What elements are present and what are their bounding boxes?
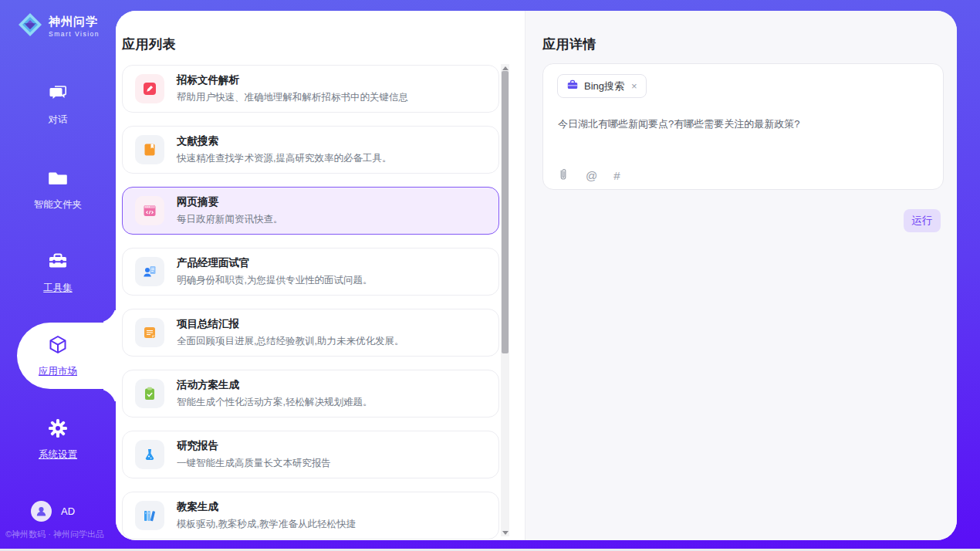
folder-icon bbox=[46, 179, 69, 192]
copyright-footer: ©神州数码 · 神州问学出品 bbox=[5, 529, 104, 540]
pen-square-icon bbox=[135, 74, 164, 103]
cube-icon bbox=[46, 346, 69, 359]
sidebar-item-app-market[interactable]: 应用市场 bbox=[0, 333, 116, 378]
brand-subtitle: Smart Vision bbox=[49, 30, 100, 38]
sidebar-item-chat[interactable]: 对话 bbox=[0, 82, 116, 127]
sidebar-item-label: 智能文件夹 bbox=[0, 198, 116, 211]
note-icon bbox=[135, 318, 164, 347]
app-card-title: 教案生成 bbox=[177, 500, 356, 514]
app-card-literature-search[interactable]: 文献搜索 快速精准查找学术资源,提高研究效率的必备工具。 bbox=[122, 126, 499, 174]
app-card-event-plan[interactable]: 活动方案生成 智能生成个性化活动方案,轻松解决规划难题。 bbox=[122, 370, 499, 417]
gear-icon bbox=[46, 429, 69, 442]
app-card-desc: 每日政府新闻资讯快查。 bbox=[177, 213, 283, 226]
app-card-desc: 明确身份和职责,为您提供专业性的面试问题。 bbox=[177, 274, 372, 287]
app-card-desc: 帮助用户快速、准确地理解和解析招标书中的关键信息 bbox=[177, 91, 408, 104]
app-card-pm-interviewer[interactable]: 产品经理面试官 明确身份和职责,为您提供专业性的面试问题。 bbox=[122, 248, 499, 296]
sidebar-item-settings[interactable]: 系统设置 bbox=[0, 417, 116, 461]
diamond-logo-icon bbox=[17, 12, 43, 41]
books-icon bbox=[135, 501, 164, 530]
content-area: 应用列表 招标文件解析 帮助用户快速、准确地理解和解析招标书中的关键信息 bbox=[116, 11, 957, 540]
prompt-card[interactable]: Bing搜索 × 今日湖北有哪些新闻要点?有哪些需要关注的最新政策? @ # bbox=[542, 63, 944, 190]
app-card-title: 产品经理面试官 bbox=[177, 256, 372, 270]
scrollbar-thumb[interactable] bbox=[502, 71, 509, 353]
app-card-title: 招标文件解析 bbox=[177, 73, 408, 87]
app-card-desc: 一键智能生成高质量长文本研究报告 bbox=[177, 457, 331, 470]
app-list-panel: 应用列表 招标文件解析 帮助用户快速、准确地理解和解析招标书中的关键信息 bbox=[116, 11, 525, 540]
app-card-desc: 智能生成个性化活动方案,轻松解决规划难题。 bbox=[177, 396, 372, 409]
sidebar-item-label: 应用市场 bbox=[0, 365, 116, 378]
app-card-lesson-plan[interactable]: 教案生成 模板驱动,教案秒成,教学准备从此轻松快捷 bbox=[122, 492, 499, 539]
app-card-bid-parsing[interactable]: 招标文件解析 帮助用户快速、准确地理解和解析招标书中的关键信息 bbox=[122, 65, 499, 113]
briefcase-icon bbox=[566, 79, 579, 94]
sidebar-item-label: 系统设置 bbox=[0, 448, 116, 461]
scroll-down-icon[interactable] bbox=[501, 529, 509, 536]
app-cards: 招标文件解析 帮助用户快速、准确地理解和解析招标书中的关键信息 文献搜索 快速精… bbox=[122, 65, 499, 540]
brand-title: 神州问学 bbox=[49, 15, 98, 28]
research-icon bbox=[135, 440, 164, 469]
interviewer-icon bbox=[135, 257, 164, 286]
sidebar-item-label: 对话 bbox=[0, 113, 116, 127]
tool-tag-bing-search[interactable]: Bing搜索 × bbox=[557, 74, 647, 98]
toolbox-icon bbox=[46, 262, 69, 276]
app-card-desc: 快速精准查找学术资源,提高研究效率的必备工具。 bbox=[177, 152, 391, 165]
attach-toolbar: @ # bbox=[557, 167, 620, 184]
close-icon[interactable]: × bbox=[631, 80, 637, 92]
tool-tag-label: Bing搜索 bbox=[584, 79, 624, 93]
app-detail-title: 应用详情 bbox=[542, 35, 596, 53]
app-card-research-report[interactable]: 研究报告 一键智能生成高质量长文本研究报告 bbox=[122, 431, 499, 478]
app-detail-panel: 应用详情 Bing搜索 × 今日湖北有哪些新闻要点?有哪些需要关注的最新政策? bbox=[525, 11, 957, 540]
prompt-text[interactable]: 今日湖北有哪些新闻要点?有哪些需要关注的最新政策? bbox=[558, 117, 928, 132]
app-frame: 神州问学 Smart Vision 对话 智能文件夹 bbox=[0, 0, 980, 549]
app-card-desc: 模板驱动,教案秒成,教学准备从此轻松快捷 bbox=[177, 518, 356, 531]
avatar[interactable] bbox=[31, 501, 52, 522]
app-card-title: 研究报告 bbox=[177, 439, 331, 453]
user-label: AD bbox=[61, 505, 75, 517]
app-card-project-summary[interactable]: 项目总结汇报 全面回顾项目进展,总结经验教训,助力未来优化发展。 bbox=[122, 309, 499, 357]
sidebar-item-smart-folder[interactable]: 智能文件夹 bbox=[0, 167, 116, 211]
browser-icon bbox=[135, 196, 164, 225]
hash-icon[interactable]: # bbox=[613, 169, 620, 182]
at-icon[interactable]: @ bbox=[586, 169, 597, 182]
chat-icon bbox=[46, 94, 69, 107]
app-card-title: 活动方案生成 bbox=[177, 378, 372, 392]
paperclip-icon[interactable] bbox=[557, 167, 569, 184]
app-card-title: 网页摘要 bbox=[177, 195, 283, 209]
app-card-title: 项目总结汇报 bbox=[177, 317, 404, 331]
sidebar: 神州问学 Smart Vision 对话 智能文件夹 bbox=[0, 0, 116, 549]
user-icon bbox=[35, 505, 48, 518]
app-list-title: 应用列表 bbox=[122, 35, 176, 53]
user-row: AD bbox=[31, 501, 75, 522]
brand-logo: 神州问学 Smart Vision bbox=[17, 12, 100, 41]
app-card-title: 文献搜索 bbox=[177, 134, 391, 148]
app-list-scrollbar[interactable] bbox=[501, 64, 509, 536]
run-button[interactable]: 运行 bbox=[904, 209, 941, 232]
sidebar-item-toolset[interactable]: 工具集 bbox=[0, 250, 116, 295]
clipboard-check-icon bbox=[135, 379, 164, 408]
book-icon bbox=[135, 135, 164, 164]
sidebar-item-label: 工具集 bbox=[0, 282, 116, 295]
app-card-desc: 全面回顾项目进展,总结经验教训,助力未来优化发展。 bbox=[177, 335, 404, 348]
app-card-web-summary[interactable]: 网页摘要 每日政府新闻资讯快查。 bbox=[122, 187, 499, 235]
